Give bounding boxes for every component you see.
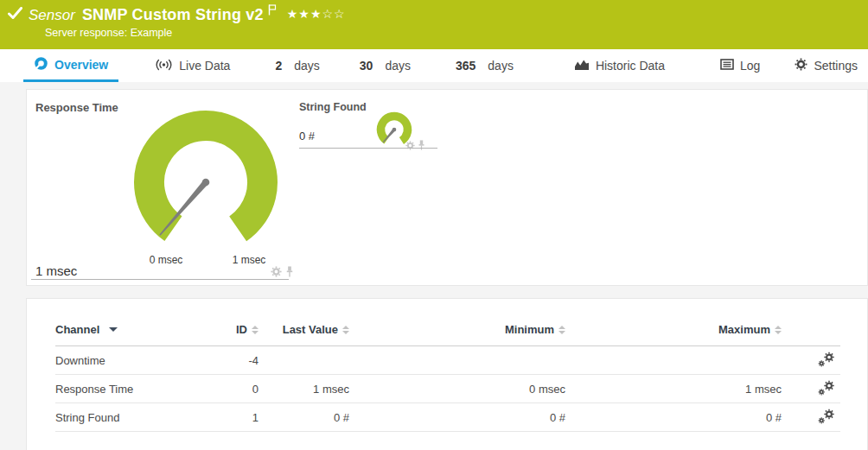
column-header-last-value[interactable]: Last Value <box>258 323 349 346</box>
tab-2-days-unit: days <box>294 59 320 73</box>
channel-maximum: 1 msec <box>565 375 782 403</box>
priority-stars[interactable]: ★★★☆☆ <box>287 7 346 21</box>
widget-gear-icon[interactable] <box>405 138 415 154</box>
gauge-icon <box>34 56 48 73</box>
widget-pin-icon[interactable] <box>418 138 425 154</box>
response-time-gauge <box>132 109 279 256</box>
channel-name: Downtime <box>55 346 211 375</box>
area-chart-icon <box>574 59 590 73</box>
channel-last-value: 1 msec <box>258 375 349 403</box>
log-list-icon <box>720 59 734 73</box>
tab-live-data[interactable]: Live Data <box>144 49 240 82</box>
column-header-minimum[interactable]: Minimum <box>349 323 565 346</box>
tab-overview-label: Overview <box>54 58 108 72</box>
widget-divider <box>31 279 289 280</box>
channel-name: Response Time <box>55 375 211 403</box>
tab-bar: Overview Live Data 2 days 30 days 365 da… <box>0 49 868 82</box>
tab-overview[interactable]: Overview <box>23 49 118 82</box>
column-header-maximum[interactable]: Maximum <box>565 323 782 346</box>
column-header-channel[interactable]: Channel <box>55 323 211 346</box>
page-title: SNMP Custom String v2 <box>82 6 264 24</box>
response-time-last-value: 1 msec <box>35 263 77 278</box>
channel-minimum: 0 # <box>349 403 565 432</box>
tab-2-days[interactable]: 2 days <box>265 49 329 82</box>
tab-historic-data[interactable]: Historic Data <box>564 49 675 82</box>
channel-maximum <box>565 346 782 375</box>
object-kind-label: Sensor <box>29 7 75 24</box>
priority-flag-icon <box>268 3 277 19</box>
tab-30-days[interactable]: 30 days <box>349 49 421 82</box>
tab-30-days-number: 30 <box>360 59 373 73</box>
tab-log[interactable]: Log <box>710 49 770 82</box>
widget-divider <box>299 148 437 149</box>
channel-table-panel: Channel ID Last Value Minimum Maximum Do… <box>26 298 868 450</box>
gauge-scale-max-label: 1 msec <box>221 254 277 266</box>
column-header-id[interactable]: ID <box>211 323 258 346</box>
overview-gauges-panel: Response Time 0 msec 1 msec 1 msec Strin… <box>26 89 868 286</box>
tab-live-data-label: Live Data <box>179 59 230 73</box>
sensor-header: Sensor SNMP Custom String v2 ★★★☆☆ Serve… <box>0 0 868 49</box>
sort-icon <box>252 326 258 334</box>
table-row-downtime: Downtime -4 <box>55 346 840 375</box>
live-broadcast-icon <box>155 59 173 73</box>
channel-last-value: 0 # <box>258 403 349 432</box>
sort-desc-icon <box>109 327 118 332</box>
table-row-response-time: Response Time 0 1 msec 0 msec 1 msec <box>55 375 840 403</box>
sort-icon <box>342 326 349 334</box>
channel-id: 1 <box>211 403 258 432</box>
gauge-scale-min-label: 0 msec <box>138 254 194 266</box>
tab-log-label: Log <box>740 59 760 73</box>
tab-365-days-unit: days <box>488 59 514 73</box>
edit-channel-gears-icon[interactable] <box>782 403 840 432</box>
tab-settings[interactable]: Settings <box>784 49 868 82</box>
string-found-widget-controls <box>405 138 425 154</box>
tab-historic-data-label: Historic Data <box>596 59 665 73</box>
gear-icon <box>795 58 807 73</box>
channel-table: Channel ID Last Value Minimum Maximum Do… <box>55 323 840 432</box>
status-ok-check-icon <box>8 7 22 23</box>
tab-settings-label: Settings <box>814 59 858 73</box>
tab-30-days-unit: days <box>385 59 411 73</box>
channel-id: 0 <box>211 375 258 403</box>
sort-icon <box>558 326 565 334</box>
edit-channel-gears-icon[interactable] <box>782 346 840 375</box>
tab-2-days-number: 2 <box>275 59 282 73</box>
edit-channel-gears-icon[interactable] <box>782 375 840 403</box>
channel-minimum: 0 msec <box>349 375 565 403</box>
tab-365-days[interactable]: 365 days <box>445 49 524 82</box>
channel-last-value <box>258 346 349 375</box>
sort-icon <box>775 326 782 334</box>
channel-minimum <box>349 346 565 375</box>
response-time-widget-title: Response Time <box>35 101 118 114</box>
column-header-actions <box>782 323 840 346</box>
table-row-string-found: String Found 1 0 # 0 # 0 # <box>55 403 840 432</box>
string-found-last-value: 0 # <box>299 130 315 143</box>
string-found-widget-title: String Found <box>299 101 367 113</box>
stars-filled: ★★★ <box>287 7 322 21</box>
stars-empty: ☆☆ <box>322 7 345 21</box>
tab-365-days-number: 365 <box>456 59 475 73</box>
channel-table-header-row: Channel ID Last Value Minimum Maximum <box>55 323 840 346</box>
channel-name: String Found <box>55 403 211 432</box>
channel-id: -4 <box>211 346 258 375</box>
sensor-status-message: Server response: Example <box>45 27 172 39</box>
channel-maximum: 0 # <box>565 403 782 432</box>
